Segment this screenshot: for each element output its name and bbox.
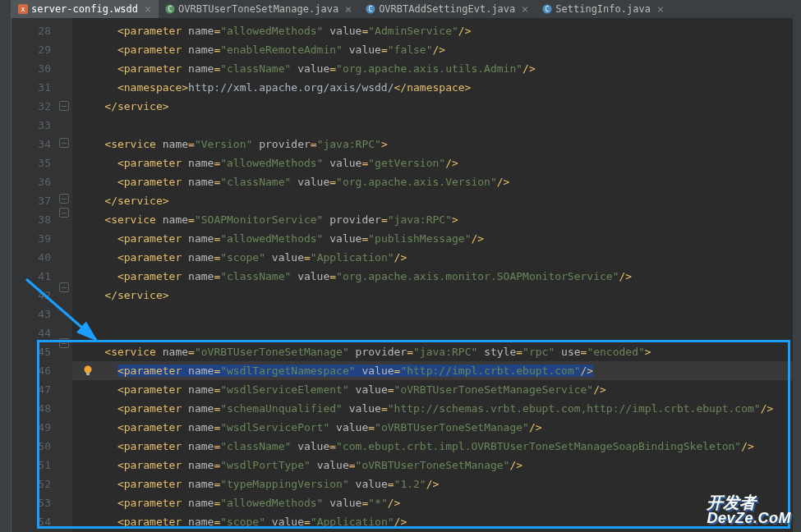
- watermark-logo: 开发者 DevZe.CoM: [707, 494, 791, 525]
- side-tool-gutter: [0, 0, 12, 532]
- tab-setting-info[interactable]: C SettingInfo.java: [536, 0, 671, 18]
- fold-gutter[interactable]: [58, 18, 72, 532]
- java-class-icon: C: [165, 4, 175, 14]
- java-class-icon: C: [366, 4, 375, 14]
- svg-text:C: C: [168, 6, 173, 13]
- tab-label: OVRBTUserToneSetManage.java: [178, 3, 338, 15]
- svg-text:C: C: [546, 6, 550, 13]
- close-icon[interactable]: [522, 6, 529, 13]
- watermark-en: DevZe.CoM: [707, 511, 791, 525]
- svg-text:C: C: [369, 6, 373, 13]
- tab-label: server-config.wsdd: [31, 3, 138, 15]
- vertical-scrollbar[interactable]: [793, 18, 801, 532]
- tab-label: SettingInfo.java: [555, 3, 651, 15]
- watermark-cn: 开发者: [707, 494, 791, 511]
- tab-label: OVRBTAddSettingEvt.java: [379, 3, 515, 15]
- tab-ovrbt-manage[interactable]: C OVRBTUserToneSetManage.java: [159, 0, 359, 18]
- code-content[interactable]: <parameter name="allowedMethods" value="…: [72, 18, 801, 532]
- close-icon[interactable]: [345, 6, 352, 13]
- svg-rect-10: [86, 373, 90, 375]
- tab-server-config[interactable]: x server-config.wsdd: [12, 0, 159, 18]
- intention-bulb-icon[interactable]: [82, 365, 94, 376]
- editor-tabs: x server-config.wsdd C OVRBTUserToneSetM…: [12, 0, 801, 18]
- close-icon[interactable]: [657, 6, 665, 13]
- svg-text:x: x: [21, 6, 25, 13]
- java-class-icon: C: [542, 4, 552, 14]
- line-number-gutter[interactable]: 2829303132333435363738394041424344454647…: [12, 18, 58, 532]
- close-icon[interactable]: [145, 6, 152, 13]
- xml-file-icon: x: [18, 4, 28, 14]
- editor-area: 2829303132333435363738394041424344454647…: [12, 18, 801, 532]
- svg-point-9: [85, 366, 92, 374]
- tab-ovrbt-add-setting[interactable]: C OVRBTAddSettingEvt.java: [359, 0, 536, 18]
